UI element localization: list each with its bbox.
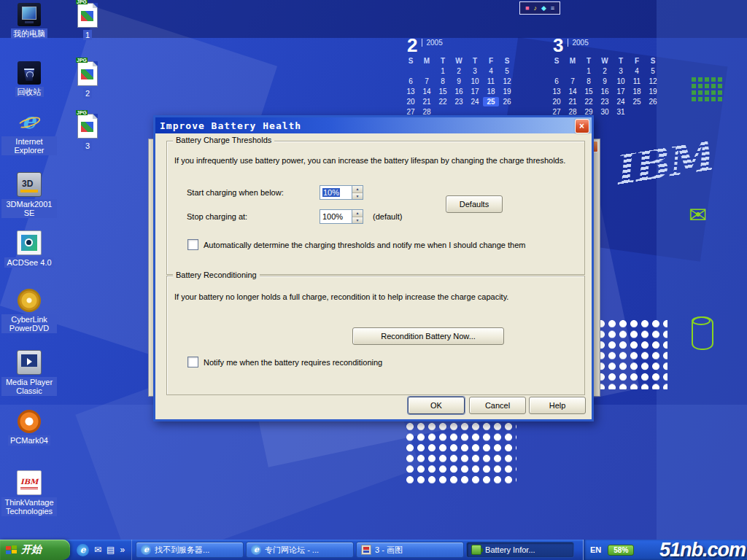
desktop-icon-acdsee[interactable]: ACDSee 4.0: [1, 230, 57, 268]
calendar-date: 23: [597, 97, 613, 106]
auto-determine-checkbox-row: Automatically determine the charging thr…: [187, 239, 525, 250]
jpg-badge: JPG: [76, 58, 88, 63]
spin-down-icon[interactable]: ▼: [352, 217, 363, 224]
start-button[interactable]: 开始: [0, 540, 70, 560]
language-indicator[interactable]: EN: [590, 545, 601, 554]
calendar-date: 13: [549, 87, 565, 96]
more-toolbars-icon[interactable]: »: [120, 543, 125, 556]
volume-icon[interactable]: ♪: [533, 5, 537, 12]
desktop-icon-media-player-classic[interactable]: Media Player Classic: [1, 350, 57, 396]
task-label: Battery Infor...: [485, 545, 535, 554]
start-label: 开始: [21, 543, 42, 556]
calendar-day-header: T: [613, 56, 629, 66]
spin-up-icon[interactable]: ▲: [352, 210, 363, 217]
jpg-file-column: JPG1JPG2JPG3: [67, 0, 108, 219]
internet-explorer-icon: [141, 545, 151, 555]
taskbar-tasks: 找不到服务器...专门网论坛 - ...3 - 画图Battery Infor.…: [132, 540, 583, 560]
calendar-date: 11: [629, 77, 645, 86]
calendar-date: 4: [629, 66, 645, 76]
battery-indicator[interactable]: 58%: [608, 545, 634, 556]
calendar-date: 5: [645, 66, 661, 76]
calendar-date: 22: [435, 97, 451, 106]
reconditioning-description: If your battery no longer holds a full c…: [174, 292, 577, 301]
calendar-date: 2: [451, 66, 467, 76]
stop-charging-spinner[interactable]: 100% ▲ ▼: [320, 209, 363, 224]
notify-reconditioning-checkbox[interactable]: [187, 357, 198, 368]
calendar-header: 22005: [403, 36, 521, 54]
calendar-date: [403, 66, 419, 76]
dialog-titlebar[interactable]: Improve Battery Health ×: [155, 117, 592, 133]
jpg-badge: JPG: [76, 0, 88, 4]
calendar-day-header: S: [403, 56, 419, 66]
calendar-date: 12: [499, 77, 515, 86]
desktop-icon-jpg-file[interactable]: JPG3: [67, 114, 108, 151]
calendar-date: [419, 66, 435, 76]
calendar-date: 5: [499, 66, 515, 76]
taskbar-task-internet-explorer[interactable]: 专门网论坛 - ...: [246, 542, 354, 558]
menu-icon[interactable]: ≡: [551, 5, 554, 12]
calendar-date: 1: [435, 66, 451, 76]
taskbar-task-paint[interactable]: 3 - 画图: [356, 542, 464, 558]
cancel-button[interactable]: Cancel: [469, 397, 526, 414]
desktop-icon-label: 3DMark2001 SE: [1, 199, 57, 218]
desktop-icon-jpg-file[interactable]: JPG1: [67, 3, 108, 40]
desktop-icon-my-computer[interactable]: 我的电脑: [1, 3, 57, 39]
calendar-day-header: M: [419, 56, 435, 66]
improve-battery-health-dialog: Improve Battery Health × Battery Charge …: [153, 115, 594, 421]
desktop-icon-label: ThinkVantage Technologies: [1, 497, 57, 516]
desktop-icon-powerdvd[interactable]: CyberLink PowerDVD: [1, 289, 57, 333]
calendar-day-header: T: [467, 56, 483, 66]
calendar-date: 26: [645, 97, 661, 106]
auto-determine-checkbox[interactable]: [187, 239, 198, 250]
calendar-date: 19: [645, 87, 661, 96]
recycle-bin-icon: [18, 61, 41, 85]
calendar-date: 3: [467, 66, 483, 76]
jpg-file-icon: JPG: [77, 114, 98, 139]
calendar-date: 17: [613, 87, 629, 96]
calendar-2-2005: 22005SMTWTFS1234567891011121314151617181…: [403, 36, 521, 117]
display-icon[interactable]: ■: [525, 5, 529, 12]
calendar-date: 25: [629, 97, 645, 106]
desktop-icon-recycle-bin[interactable]: 回收站: [1, 61, 57, 97]
desktop-icon-label: PCMark04: [8, 435, 50, 446]
thresholds-description: If you infrequently use battery power, y…: [174, 156, 577, 165]
calendar-month: 3: [553, 36, 563, 54]
taskbar-task-battery[interactable]: Battery Infor...: [466, 542, 574, 558]
task-label: 专门网论坛 - ...: [265, 545, 319, 556]
stop-charging-label: Stop charging at:: [187, 212, 247, 221]
help-button[interactable]: Help: [529, 397, 586, 414]
calendar-date: 6: [403, 77, 419, 86]
desktop-icon-thinkvantage[interactable]: ThinkVantage Technologies: [1, 470, 57, 516]
spin-up-icon[interactable]: ▲: [352, 186, 363, 193]
jpg-badge: JPG: [76, 110, 88, 115]
mail-icon[interactable]: ✉: [94, 543, 101, 556]
defaults-button[interactable]: Defaults: [446, 195, 503, 213]
group-legend: Battery Charge Thresholds: [173, 136, 274, 144]
show-desktop-icon[interactable]: ▤: [107, 543, 115, 556]
internet-explorer-icon[interactable]: e: [77, 544, 89, 556]
spin-down-icon[interactable]: ▼: [352, 193, 363, 200]
calendar-date: 10: [467, 77, 483, 86]
notify-reconditioning-label: Notify me when the battery requires reco…: [204, 358, 382, 367]
calendar-day-header: M: [565, 56, 581, 66]
calendar-date: [629, 107, 645, 117]
calendar-date: 9: [597, 77, 613, 86]
calendar-date: [549, 66, 565, 76]
close-icon[interactable]: ×: [575, 119, 589, 133]
calendar-date: 14: [419, 87, 435, 96]
desktop-icon-jpg-file[interactable]: JPG2: [67, 61, 108, 98]
power-icon[interactable]: ◆: [541, 5, 546, 12]
desktop-icon-label: ACDSee 4.0: [4, 257, 53, 268]
ok-button[interactable]: OK: [408, 397, 465, 414]
taskbar-task-internet-explorer[interactable]: 找不到服务器...: [136, 542, 244, 558]
calendar-date: 22: [581, 97, 597, 106]
desktop-icon-internet-explorer[interactable]: Internet Explorer: [1, 111, 57, 155]
desktop-icon-pcmark04[interactable]: PCMark04: [1, 410, 57, 446]
recondition-battery-button[interactable]: Recondition Battery Now...: [352, 327, 504, 345]
calendar-date: 30: [597, 107, 613, 117]
desktop-icon-3dmark2001[interactable]: 3DMark2001 SE: [1, 172, 57, 218]
calendar-date: 21: [419, 97, 435, 106]
start-charging-spinner[interactable]: 10% ▲ ▼: [320, 185, 363, 200]
calendar-date: 31: [613, 107, 629, 117]
desktop-icon-label: 我的电脑: [11, 28, 47, 39]
